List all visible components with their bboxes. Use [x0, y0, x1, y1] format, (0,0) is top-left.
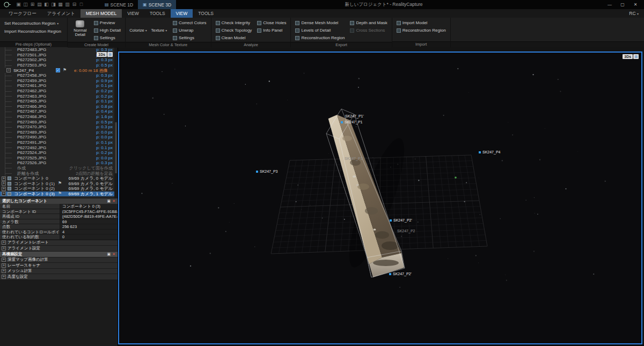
control-point[interactable]: SK247_P2 [397, 229, 415, 233]
control-point-dot-icon[interactable] [389, 273, 391, 275]
ribbon-button[interactable]: Close Holes [255, 19, 288, 26]
app-logo-icon[interactable] [2, 1, 14, 8]
tree-row[interactable]: P6272490.JPG p: 0.0 px [0, 135, 118, 140]
ribbon-tab[interactable]: VIEW [171, 9, 193, 18]
expander-icon[interactable] [2, 192, 6, 196]
viewport-3d[interactable]: SK247_P1' SK247_P1 SK247_P3 SK247_P4 [118, 51, 642, 344]
tree-row[interactable]: P6272524.JPG p: 0.2 px [0, 150, 118, 156]
ribbon-tab[interactable]: MESH MODEL [80, 9, 122, 18]
ribbon-tab[interactable]: TOOLS [193, 9, 219, 18]
ribbon-button[interactable]: Depth and Mask [348, 19, 389, 26]
control-point[interactable]: SK247_P1 [341, 120, 362, 124]
maximize-button[interactable]: ▢ [616, 0, 629, 9]
tree-row[interactable]: P6272489.JPG p: 0.0 px [0, 130, 118, 135]
layout-rows-icon[interactable]: ▤ [36, 1, 43, 8]
tree-row[interactable]: P6272465.JPG p: 0.1 px [0, 99, 118, 104]
tree-row[interactable]: P6272469.JPG p: 0.5 px [0, 119, 118, 124]
tree-row[interactable]: P6272467.JPG p: 0.4 px [0, 109, 118, 114]
tree-row[interactable]: P6272463.JPG p: 0.2 px [0, 93, 118, 99]
tree-row[interactable]: SK247_P4 e: 0.00 m 18 画像 [0, 68, 118, 73]
control-point[interactable]: SK247_P4 [479, 150, 500, 154]
scene-tab[interactable]: ▤ SCENE 1D [100, 0, 138, 9]
tree-scrollbar[interactable] [114, 47, 118, 198]
checkbox[interactable] [56, 68, 60, 72]
collapsible-section[interactable]: メッシュ計算 [0, 269, 118, 274]
ribbon-button[interactable]: Unwrap [171, 27, 208, 34]
float-panel-icon[interactable]: ▣ [107, 252, 111, 256]
ribbon-button[interactable]: Set Reconstruction Region ▾ [3, 19, 64, 27]
account-menu[interactable]: RC ▾ [629, 9, 644, 18]
layout-grid-icon[interactable]: ⊞ [29, 1, 36, 8]
property-value[interactable]: {482D50DF-B819-49FE-AA7E-30 [60, 214, 118, 219]
ribbon-big-button[interactable]: Texture ▾ [149, 19, 169, 41]
layout-single-icon[interactable]: ▣ [15, 1, 22, 8]
expander-icon[interactable] [2, 246, 6, 251]
scrollbar-thumb[interactable] [115, 122, 117, 173]
expander-icon[interactable] [2, 269, 6, 273]
control-point[interactable]: SK247_P3 [256, 170, 277, 173]
control-point[interactable]: SK247_P2' [389, 272, 412, 276]
control-point[interactable]: SK247_P2' [390, 218, 412, 222]
tree-row[interactable]: P6272466.JPG p: 0.8 px [0, 104, 118, 109]
ribbon-button[interactable]: High Detail [92, 27, 122, 34]
ribbon-tab[interactable]: ワークフロー [3, 9, 42, 18]
layout-quad-icon[interactable]: ▦ [57, 1, 64, 8]
ribbon-button[interactable]: Check Topology [214, 27, 254, 34]
control-point-dot-icon[interactable] [341, 121, 343, 123]
ribbon-button[interactable]: Import Model [395, 19, 448, 26]
grid-icon[interactable]: ⊞ [107, 52, 113, 57]
expander-icon[interactable] [2, 176, 6, 181]
ribbon-button[interactable]: Preview [92, 19, 122, 26]
expander-icon[interactable] [2, 187, 6, 191]
float-panel-icon[interactable]: ▣ [107, 199, 111, 203]
selected-component-header[interactable]: 選択したコンポーネント ▣ ✕ [0, 198, 118, 204]
ribbon-tab[interactable]: アライメント [42, 9, 80, 18]
ribbon-button[interactable]: Reconstruction Region [294, 34, 346, 41]
collapsible-section[interactable]: 深度マップ画像の計算 [0, 257, 118, 263]
ribbon-button[interactable]: Dense Mesh Model [294, 19, 346, 26]
expander-icon[interactable] [2, 257, 6, 262]
ribbon-button[interactable]: Settings [92, 34, 122, 41]
collapsible-section[interactable]: アライメント設定 [0, 246, 118, 251]
control-point[interactable]: SK247_P1' [345, 157, 363, 160]
tree-row[interactable]: P6272525.JPG p: 0.0 px [0, 155, 118, 160]
ribbon-button[interactable]: Levels of Detail [294, 27, 346, 34]
tree-row[interactable]: コンポーネント 0 (3) 69/69 カメラ, 1 モデル [0, 192, 118, 197]
expander-icon[interactable] [2, 263, 6, 268]
property-value[interactable]: {3C5FFC45-F7AC-4FFE-91B8-9D [60, 209, 118, 214]
tree-row[interactable]: P6272461.JPG p: 0.1 px [0, 83, 118, 89]
ribbon-button[interactable]: Check Integrity [214, 19, 254, 26]
tree-row[interactable]: P6272502.JPG p: 0.3 px [0, 57, 118, 63]
ribbon-big-button[interactable]: Colorize ▾ [128, 19, 148, 41]
layout-empty-icon[interactable]: □ [78, 1, 85, 8]
ribbon-button[interactable]: Reconstruction Region [395, 27, 448, 34]
normal-detail-button[interactable]: Normal Detail [70, 19, 90, 41]
grid-icon[interactable]: ⊞ [633, 54, 639, 59]
property-value[interactable]: 4 [60, 230, 118, 234]
ribbon-button[interactable]: Settings [171, 34, 208, 41]
close-panel-icon[interactable]: ✕ [112, 252, 115, 256]
close-button[interactable]: ✕ [629, 0, 642, 9]
minimize-button[interactable]: — [603, 0, 616, 9]
expander-icon[interactable] [6, 68, 11, 72]
collapsible-section[interactable]: レーザースキャナ [0, 263, 118, 268]
ribbon-button[interactable]: Clean Model [214, 34, 254, 41]
layout-wide-icon[interactable]: ▥ [64, 1, 71, 8]
tree-row[interactable]: P6272470.JPG p: 0.3 px [0, 124, 118, 130]
collapsible-section[interactable]: アライメントレポート [0, 240, 118, 246]
tree-row[interactable]: P6272491.JPG p: 0.1 px [0, 140, 118, 145]
property-value[interactable]: 69 [60, 219, 118, 224]
property-value[interactable]: 0 [60, 234, 118, 239]
control-point-dot-icon[interactable] [256, 171, 258, 173]
ribbon-button[interactable]: Import Reconstruction Region [3, 27, 64, 35]
expander-icon[interactable] [2, 240, 6, 245]
control-point-dot-icon[interactable] [390, 219, 392, 222]
expander-icon[interactable] [2, 275, 6, 279]
tree-row[interactable]: P6272462.JPG p: 0.2 px [0, 89, 118, 94]
tree-row[interactable]: P6272459.JPG p: 0.9 px [0, 78, 118, 84]
ribbon-button[interactable]: Correct Colors [171, 19, 208, 26]
ribbon-tab[interactable]: TOOLS [144, 9, 171, 18]
reconstruction-settings-header[interactable]: 再構築設定 ▣ ✕ [0, 252, 118, 257]
ribbon-button[interactable]: Cross Sections [348, 27, 389, 34]
tree-row[interactable]: P6272458.JPG p: 0.3 px [0, 73, 118, 78]
